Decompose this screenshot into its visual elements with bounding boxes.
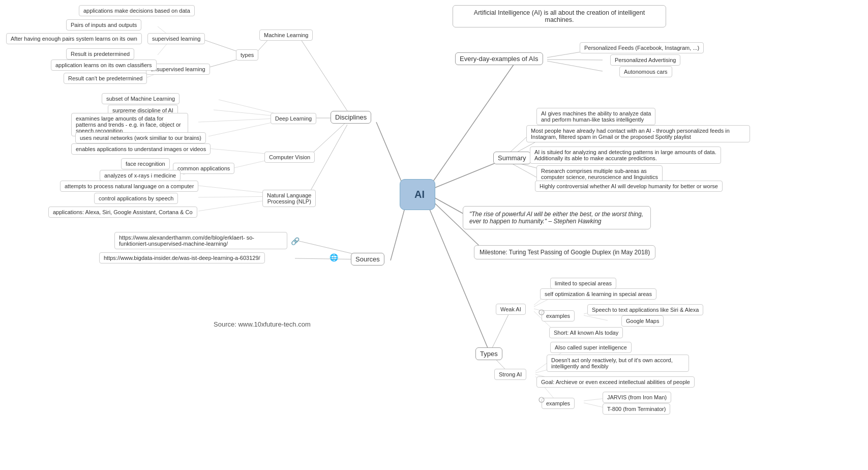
weak-ai-node: Weak AI [496, 304, 526, 315]
sources-branch: Sources [351, 253, 384, 266]
strong-ai-examples-node: examples [542, 398, 575, 409]
intro-box: Artificial Intelligence (AI) is all abou… [453, 5, 666, 27]
svg-line-0 [376, 122, 404, 188]
link-icon-1: 🔗 [291, 237, 300, 245]
weak-ai-examples-node: examples [542, 310, 575, 321]
svg-line-33 [547, 60, 603, 60]
common-apps-node: common applications [173, 163, 234, 174]
summary-leaf-4: Research comprises multiple sub-areas as… [536, 165, 663, 183]
dl-leaf-4: uses neural networks (work similiar to o… [75, 132, 206, 143]
disciplines-branch: Disciplines [331, 111, 371, 124]
nlp-leaf-2: control applications by speech [94, 193, 178, 204]
unsupervised-leaf-1: application learns on its own classifier… [51, 60, 157, 71]
svg-line-34 [547, 61, 603, 71]
weak-ai-leaf-2: self optimization & learning in special … [540, 288, 656, 300]
source-leaf-2: https://www.bigdata-insider.de/was-ist-d… [99, 252, 265, 263]
types-branch: Types [475, 347, 502, 360]
everyday-leaf-2: Personalized Advertising [610, 54, 680, 66]
strong-ai-node: Strong AI [494, 369, 526, 380]
everyday-leaf-1: Personalized Feeds (Facebook, Instagram,… [580, 42, 704, 53]
nlp-node: Natural Language Processing (NLP) [262, 190, 316, 207]
svg-line-9 [309, 121, 347, 157]
svg-line-7 [300, 38, 347, 111]
weak-ai-leaf-4: Google Maps [621, 315, 664, 327]
ml-leaf-2: Pairs of inputs and outputs [66, 19, 141, 31]
cv-leaf-2: face recognition [121, 158, 170, 169]
ml-leaf-3: After having enough pairs system learns … [6, 33, 142, 44]
source-leaf-1: https://www.alexanderthamm.com/de/blog/e… [114, 232, 287, 249]
svg-line-40 [491, 309, 511, 351]
strong-ai-leaf-3: Goal: Archieve or even exceed intellectu… [536, 376, 695, 388]
summary-leaf-1: AI gives machines the ability to analyze… [536, 108, 655, 125]
ml-leaf-4: Result is predetermined [66, 48, 134, 60]
svg-line-2 [431, 61, 516, 184]
summary-leaf-3: AI is situied for analyzing and detectin… [530, 146, 721, 164]
weak-ai-leaf-5: Short: All known AIs today [549, 327, 623, 338]
source-credit: Source: www.10xfuture-tech.com [214, 320, 311, 328]
weak-ai-leaf-1: limited to special areas [550, 278, 616, 289]
nlp-leaf-3: applications: Alexa, Siri, Google Assist… [48, 207, 197, 218]
summary-leaf-2: Most people have already had contact wit… [526, 125, 750, 142]
cv-leaf-3: analyzes of x-rays i medicine [100, 170, 181, 181]
deep-learning-node: Deep Learning [271, 113, 316, 124]
milestone-box: Milestone: Turing Test Passing of Google… [474, 245, 655, 259]
summary-branch: Summary [493, 152, 531, 164]
unsupervised-leaf-2: Result can't be predetermined [64, 73, 147, 84]
strong-ai-leaf-4: JARVIS (from Iron Man) [603, 392, 671, 403]
globe-icon-1: 🌐 [330, 253, 338, 261]
quote-box: "The rise of powerful AI will be either … [463, 206, 651, 229]
ml-leaf-1: applications make decisions based on dat… [79, 5, 195, 16]
nlp-leaf-1: attempts to process natural language on … [60, 181, 198, 192]
dl-leaf-1: subset of Machine Learning [102, 93, 179, 104]
center-node: AI [400, 179, 435, 210]
cv-leaf-1: enables applications to understand image… [71, 143, 211, 155]
everyday-examples-branch: Every-day-examples of AIs [455, 52, 543, 65]
summary-leaf-5: Highly controversial whether AI will dev… [535, 181, 723, 192]
computer-vision-node: Computer Vision [264, 152, 315, 163]
strong-ai-leaf-1: Also called super intelligence [550, 342, 632, 353]
strong-ai-leaf-5: T-800 (from Terminator) [603, 403, 670, 415]
supervised-node: supervised learning [147, 33, 205, 44]
types-sub-node: types [236, 49, 258, 61]
weak-ai-leaf-3: Speech to text applications like Siri & … [587, 304, 703, 315]
everyday-leaf-3: Autonomous cars [619, 66, 672, 77]
svg-line-47 [584, 315, 608, 320]
machine-learning-node: Machine Learning [259, 30, 313, 41]
strong-ai-leaf-2: Doesn't act only reactively, but of it's… [547, 355, 689, 372]
